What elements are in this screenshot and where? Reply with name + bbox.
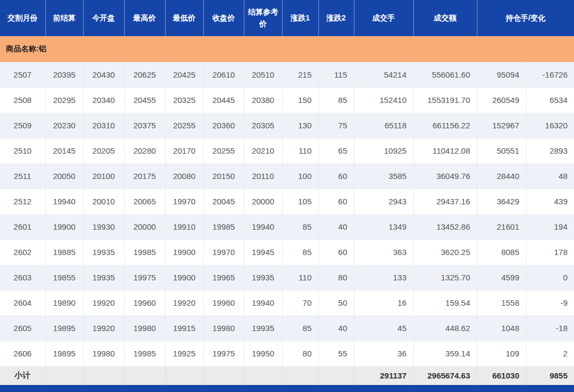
cell: 16320 (526, 113, 574, 138)
col-header-close: 收盘价 (203, 0, 244, 36)
table-row: 2512199402001020065199702004520000105602… (0, 189, 574, 214)
cell: 100 (282, 163, 318, 189)
cell: 4599 (477, 265, 526, 290)
subtotal-row: 小计2911372965674.636610309855 (0, 366, 574, 385)
cell: 20310 (83, 113, 124, 138)
cell: 65118 (354, 113, 413, 138)
cell: 40 (318, 214, 354, 239)
table-row: 2604198901992019960199201996019940705016… (0, 290, 574, 315)
cell: 19890 (45, 290, 83, 315)
cell: 40 (318, 315, 354, 341)
subtotal-cell: 661030 (477, 366, 526, 385)
col-header-open-interest-change: 持仓手/变化 (477, 0, 574, 36)
cell: 20375 (124, 113, 165, 138)
futures-quotes-table: 交割月份 前结算 今开盘 最高价 最低价 收盘价 结算参考价 涨跌1 涨跌2 成… (0, 0, 574, 385)
table-row: 2602198851993519985199001997019945856036… (0, 239, 574, 265)
cell: 19980 (83, 341, 124, 366)
table-header: 交割月份 前结算 今开盘 最高价 最低价 收盘价 结算参考价 涨跌1 涨跌2 成… (0, 0, 574, 36)
cell: 110 (282, 138, 318, 163)
cell: 50 (318, 290, 354, 315)
cell: 109 (477, 341, 526, 366)
cell: 19975 (124, 265, 165, 290)
cell: 19940 (45, 189, 83, 214)
cell: 36 (354, 341, 413, 366)
col-header-open: 今开盘 (83, 0, 124, 36)
col-header-delivery-month: 交割月份 (0, 0, 45, 36)
cell: 10925 (354, 138, 413, 163)
footer-bar (0, 385, 574, 392)
cell: 75 (318, 113, 354, 138)
cell: 20175 (124, 163, 165, 189)
cell: 19900 (165, 239, 203, 265)
cell: 1349 (354, 214, 413, 239)
table-row: 2509202302031020375202552036020305130756… (0, 113, 574, 138)
cell: 50551 (477, 138, 526, 163)
cell: 19935 (83, 239, 124, 265)
cell: 85 (282, 315, 318, 341)
table-body: 商品名称:铝 250720395204302062520425206102051… (0, 36, 574, 385)
cell: 19935 (244, 315, 282, 341)
commodity-name-label: 商品名称:铝 (0, 36, 574, 62)
cell: 16 (354, 290, 413, 315)
subtotal-label: 小计 (0, 366, 45, 385)
cell: 20295 (45, 87, 83, 113)
cell-delivery-month: 2604 (0, 290, 45, 315)
futures-quotes-page: 交割月份 前结算 今开盘 最高价 最低价 收盘价 结算参考价 涨跌1 涨跌2 成… (0, 0, 574, 392)
cell: 20360 (203, 113, 244, 138)
cell: 80 (318, 265, 354, 290)
cell: 19910 (165, 214, 203, 239)
cell: 19895 (45, 315, 83, 341)
cell: 20205 (83, 138, 124, 163)
cell: -16726 (526, 62, 574, 87)
col-header-prev-settlement: 前结算 (45, 0, 83, 36)
col-header-change2: 涨跌2 (318, 0, 354, 36)
cell: 19900 (45, 214, 83, 239)
col-header-settlement-ref: 结算参考价 (244, 0, 282, 36)
cell: 19915 (165, 315, 203, 341)
cell: 152967 (477, 113, 526, 138)
cell-delivery-month: 2511 (0, 163, 45, 189)
subtotal-cell (45, 366, 83, 385)
cell: 20150 (203, 163, 244, 189)
table-row: 2508202952034020455203252044520380150851… (0, 87, 574, 113)
cell: 115 (318, 62, 354, 87)
cell: 19920 (165, 290, 203, 315)
subtotal-cell (318, 366, 354, 385)
cell: 194 (526, 214, 574, 239)
cell: 159.54 (413, 290, 477, 315)
cell: 363 (354, 239, 413, 265)
cell-delivery-month: 2508 (0, 87, 45, 113)
cell: 21601 (477, 214, 526, 239)
cell-delivery-month: 2605 (0, 315, 45, 341)
cell: 28440 (477, 163, 526, 189)
subtotal-cell (124, 366, 165, 385)
cell: 448.62 (413, 315, 477, 341)
cell: 105 (282, 189, 318, 214)
cell: 20380 (244, 87, 282, 113)
cell: 19895 (45, 341, 83, 366)
cell: 70 (282, 290, 318, 315)
cell: 13452.86 (413, 214, 477, 239)
cell: 20145 (45, 138, 83, 163)
cell: -9 (526, 290, 574, 315)
cell: 19985 (124, 239, 165, 265)
subtotal-cell: 2965674.63 (413, 366, 477, 385)
cell: 19950 (244, 341, 282, 366)
cell-delivery-month: 2602 (0, 239, 45, 265)
cell: 178 (526, 239, 574, 265)
table-row: 2507203952043020625204252061020510215115… (0, 62, 574, 87)
cell: 20425 (165, 62, 203, 87)
subtotal-cell (83, 366, 124, 385)
col-header-change1: 涨跌1 (282, 0, 318, 36)
cell: 36049.76 (413, 163, 477, 189)
cell: 1558 (477, 290, 526, 315)
cell: 95094 (477, 62, 526, 87)
cell: 19980 (203, 315, 244, 341)
cell: 20255 (165, 113, 203, 138)
cell: 60 (318, 163, 354, 189)
subtotal-cell (203, 366, 244, 385)
cell: 19970 (165, 189, 203, 214)
table-row: 2511200502010020175200802015020110100603… (0, 163, 574, 189)
cell: 20210 (244, 138, 282, 163)
cell: 20110 (244, 163, 282, 189)
